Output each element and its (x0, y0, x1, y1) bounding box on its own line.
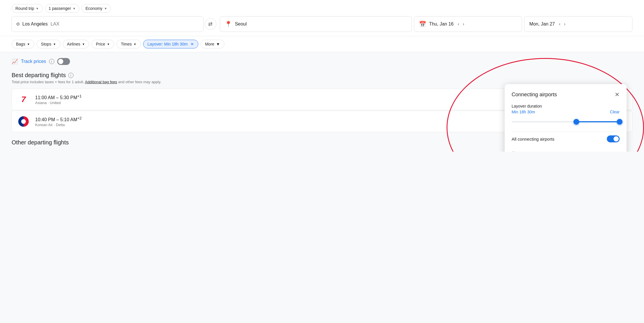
passengers-label: 1 passenger (49, 6, 71, 11)
trip-options: Round trip ▼ 1 passenger ▼ Economy ▼ (12, 4, 632, 13)
price-chevron: ▼ (107, 43, 110, 46)
layover-close-icon[interactable]: ✕ (190, 42, 194, 46)
return-prev-btn[interactable]: ‹ (558, 20, 562, 28)
slider-fill (576, 121, 620, 122)
return-next-btn[interactable]: › (563, 20, 566, 28)
destination-city: Seoul (235, 21, 247, 27)
flight-2-airlines: Korean Air · Delta (35, 123, 563, 127)
search-row: Los Angeles LAX ⇄ 📍 Seoul 📅 Thu, Jan 16 … (12, 16, 632, 32)
layover-duration-label: Layover duration (512, 104, 620, 108)
origin-icon (17, 23, 19, 26)
panel-close-btn[interactable]: ✕ (615, 91, 620, 98)
cabin-btn[interactable]: Economy ▼ (82, 4, 111, 13)
trip-type-chevron: ▼ (36, 7, 39, 10)
more-label: More (205, 42, 214, 46)
asiana-logo-text: 7 (21, 95, 26, 104)
fees-suffix: and other fees may apply. (118, 80, 161, 84)
more-filter-btn[interactable]: More ▼ (201, 40, 224, 48)
panel-header: Connecting airports ✕ (512, 91, 620, 98)
return-date-nav: ‹ › (558, 20, 567, 28)
flight-1-time-range: 11:00 AM – 5:30 PM+1 (35, 94, 563, 100)
layover-value-row: Min 18h 30m Clear (512, 110, 620, 114)
panel-title: Connecting airports (512, 92, 557, 98)
depart-date: Thu, Jan 16 (429, 21, 454, 27)
filter-row: Bags ▼ Stops ▼ Airlines ▼ Price ▼ Times … (0, 36, 644, 52)
destination-pin-icon: 📍 (225, 21, 232, 28)
track-prices-info-icon[interactable]: i (49, 59, 54, 64)
times-label: Times (121, 42, 132, 46)
depart-date-field[interactable]: 📅 Thu, Jan 16 ‹ › (414, 16, 522, 32)
return-date-field[interactable]: Mon, Jan 27 ‹ › (524, 16, 632, 32)
bags-filter-btn[interactable]: Bags ▼ (12, 40, 34, 48)
layover-section: Layover duration Min 18h 30m Clear (512, 104, 620, 125)
track-prices-label: Track prices (21, 59, 46, 64)
more-chevron: ▼ (216, 42, 220, 46)
layover-label: Layover: Min 18h 30m (147, 42, 188, 46)
layover-filter-btn[interactable]: Layover: Min 18h 30m ✕ (143, 40, 199, 48)
date-fields: 📅 Thu, Jan 16 ‹ › Mon, Jan 27 ‹ › (414, 16, 632, 32)
trip-type-btn[interactable]: Round trip ▼ (12, 4, 43, 13)
passengers-chevron: ▼ (73, 7, 76, 10)
all-airports-label: All connecting airports (512, 137, 555, 141)
best-flights-info-icon[interactable]: i (68, 73, 73, 78)
all-airports-row: All connecting airports (512, 132, 620, 146)
airlines-chevron: ▼ (82, 43, 85, 46)
slider-thumb-left[interactable] (573, 119, 579, 125)
asiana-logo: 7 (18, 94, 29, 105)
origin-city: Los Angeles (22, 21, 48, 27)
trip-type-label: Round trip (15, 6, 34, 11)
flight-2-times: 10:40 PM – 5:10 AM+2 Korean Air · Delta (35, 116, 563, 127)
flight-2-time-range: 10:40 PM – 5:10 AM+2 (35, 116, 563, 122)
return-date: Mon, Jan 27 (529, 21, 555, 27)
main-content: 📈 Track prices i Best departing flights … (0, 52, 644, 152)
calendar-icon: 📅 (419, 21, 426, 28)
cabin-chevron: ▼ (104, 7, 107, 10)
bags-chevron: ▼ (27, 43, 30, 46)
times-filter-btn[interactable]: Times ▼ (116, 40, 141, 48)
destination-field[interactable]: 📍 Seoul (220, 16, 412, 32)
price-filter-btn[interactable]: Price ▼ (91, 40, 114, 48)
layover-value: Min 18h 30m (512, 110, 535, 114)
airlines-filter-btn[interactable]: Airlines ▼ (63, 40, 89, 48)
best-flights-title: Best departing flights (12, 72, 66, 79)
stops-filter-btn[interactable]: Stops ▼ (37, 40, 60, 48)
price-label: Price (96, 42, 105, 46)
airlines-label: Airlines (67, 42, 80, 46)
connecting-airports-panel: Connecting airports ✕ Layover duration M… (505, 84, 627, 152)
flight-1-airlines: Asiana · United (35, 101, 563, 105)
best-flights-subtitle: Total price includes taxes + fees for 1 … (12, 80, 84, 84)
times-chevron: ▼ (134, 43, 136, 46)
cabin-label: Economy (85, 6, 102, 11)
top-bar: Round trip ▼ 1 passenger ▼ Economy ▼ Los… (0, 0, 644, 36)
panel-overlay-container: Connecting airports ✕ Layover duration M… (499, 67, 638, 152)
korean-air-logo (18, 116, 29, 127)
track-prices-icon: 📈 (12, 58, 18, 65)
origin-field[interactable]: Los Angeles LAX (12, 16, 204, 32)
all-airports-toggle[interactable] (607, 135, 620, 142)
track-prices-row: 📈 Track prices i (12, 58, 632, 65)
korean-air-logo-container (18, 116, 29, 127)
depart-prev-btn[interactable]: ‹ (456, 20, 460, 28)
bags-label: Bags (16, 42, 25, 46)
passengers-btn[interactable]: 1 passenger ▼ (45, 4, 80, 13)
stops-chevron: ▼ (53, 43, 56, 46)
origin-code: LAX (51, 21, 59, 27)
flight-1-times: 11:00 AM – 5:30 PM+1 Asiana · United (35, 94, 563, 105)
clear-button[interactable]: Clear (610, 110, 620, 114)
track-prices-toggle[interactable] (57, 58, 70, 65)
additional-fees-link[interactable]: Additional bag fees (85, 80, 117, 84)
stops-label: Stops (41, 42, 51, 46)
swap-button[interactable]: ⇄ (205, 18, 216, 30)
layover-slider[interactable] (512, 119, 620, 125)
depart-next-btn[interactable]: › (462, 20, 465, 28)
slider-thumb-right[interactable] (617, 119, 623, 125)
depart-date-nav: ‹ › (456, 20, 465, 28)
airports-section-label: Airports (512, 150, 620, 152)
